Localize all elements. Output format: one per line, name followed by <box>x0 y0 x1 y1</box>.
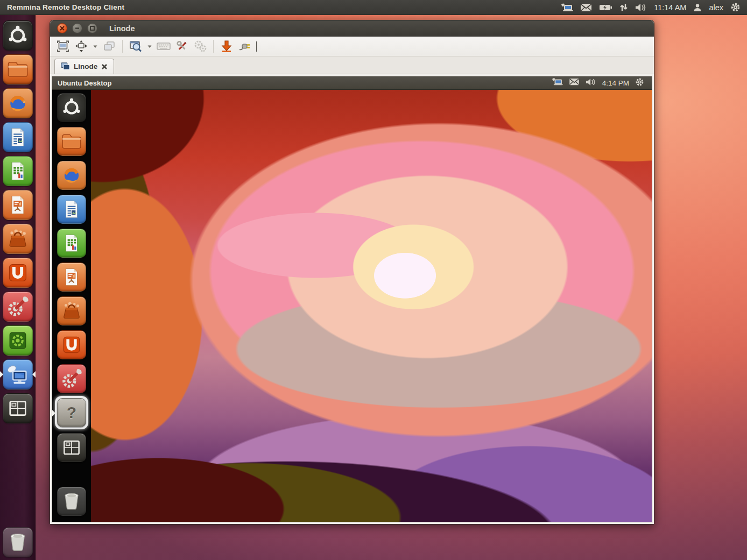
remote-launcher-item-system-settings[interactable] <box>57 364 86 393</box>
remote-launcher-item-unknown-app[interactable]: ? <box>57 398 86 427</box>
remote-unity-launcher: ? <box>52 90 91 522</box>
fullscreen-icon[interactable] <box>54 38 72 54</box>
focused-app-highlight: ? <box>55 396 88 429</box>
volume-icon[interactable] <box>635 3 647 12</box>
launcher-item-ubuntu-software[interactable] <box>3 325 33 356</box>
indicator-tray: 11:14 AM alex <box>560 2 747 12</box>
question-mark-icon: ? <box>67 403 76 422</box>
remmina-toolbar <box>50 37 654 56</box>
window-titlebar[interactable]: Linode <box>50 20 654 37</box>
close-button[interactable] <box>57 23 67 33</box>
minimize-button[interactable] <box>72 23 82 33</box>
remote-screen-icon <box>61 62 70 70</box>
mail-icon[interactable] <box>580 3 592 12</box>
battery-icon[interactable] <box>599 4 612 11</box>
launcher-item-dash-home[interactable] <box>3 20 33 51</box>
running-indicator-arrow <box>0 371 3 378</box>
remote-clock[interactable]: 4:14 PM <box>602 79 629 87</box>
grab-keyboard-icon[interactable] <box>155 38 172 54</box>
remote-launcher-item-trash[interactable] <box>57 487 86 516</box>
clock[interactable]: 11:14 AM <box>654 3 686 12</box>
network-icon[interactable] <box>560 3 573 12</box>
duplicate-connection-icon[interactable] <box>101 38 118 54</box>
window-title: Linode <box>109 24 135 33</box>
launcher-item-ubuntu-one[interactable] <box>3 258 33 288</box>
remote-launcher-item-dash-home[interactable] <box>57 93 86 122</box>
remote-desktop-session[interactable]: Ubuntu Desktop 4:14 PM <box>52 76 652 522</box>
tools-icon[interactable] <box>173 38 191 54</box>
focused-indicator-arrow <box>52 410 55 416</box>
remote-launcher-item-ubuntu-one[interactable] <box>57 330 86 359</box>
launcher-item-system-settings[interactable] <box>3 292 33 322</box>
session-gear-icon[interactable] <box>635 77 644 89</box>
launcher-item-libreoffice-calc[interactable] <box>3 156 33 186</box>
scaled-dropdown-caret[interactable] <box>91 38 100 54</box>
remote-launcher-item-libreoffice-calc[interactable] <box>57 229 86 258</box>
unity-launcher <box>0 15 36 560</box>
preview-scale-icon[interactable] <box>127 38 144 54</box>
active-app-title: Remmina Remote Desktop Client <box>0 3 124 11</box>
session-gear-icon[interactable] <box>730 2 741 12</box>
launcher-item-trash[interactable] <box>3 527 33 557</box>
text-cursor <box>256 41 257 52</box>
sync-arrows-icon[interactable] <box>619 3 628 12</box>
tab-close-icon[interactable] <box>101 63 108 70</box>
remote-top-panel: Ubuntu Desktop 4:14 PM <box>52 76 652 90</box>
remmina-window: Linode Linode <box>50 20 654 524</box>
launcher-item-remmina[interactable] <box>3 359 33 389</box>
host-top-panel: Remmina Remote Desktop Client 11:14 AM a… <box>0 0 747 15</box>
mail-icon[interactable] <box>569 78 580 88</box>
scaled-mode-icon[interactable] <box>73 38 90 54</box>
launcher-item-firefox[interactable] <box>3 88 33 118</box>
preview-dropdown-caret[interactable] <box>145 38 154 54</box>
user-icon[interactable] <box>693 3 702 12</box>
screenshot-download-icon[interactable] <box>218 38 235 54</box>
network-icon[interactable] <box>551 77 563 88</box>
preferences-gears-icon[interactable] <box>192 38 209 54</box>
disconnect-plug-icon[interactable] <box>236 38 253 54</box>
launcher-item-ubuntu-software-center[interactable] <box>3 224 33 254</box>
remote-launcher-item-ubuntu-software-center[interactable] <box>57 296 86 325</box>
remote-launcher-item-workspace-switcher[interactable] <box>57 433 86 462</box>
connection-tabbar: Linode <box>50 56 654 74</box>
toolbar-separator <box>213 40 214 53</box>
remote-panel-title: Ubuntu Desktop <box>52 79 111 87</box>
launcher-item-libreoffice-impress[interactable] <box>3 190 33 220</box>
focused-indicator-arrow <box>32 371 36 378</box>
launcher-item-files[interactable] <box>3 54 33 84</box>
remote-wallpaper[interactable] <box>91 90 652 522</box>
toolbar-separator <box>122 40 123 53</box>
remote-launcher-item-files[interactable] <box>57 127 86 156</box>
remote-viewer-frame: Ubuntu Desktop 4:14 PM <box>50 74 654 524</box>
launcher-item-workspace-switcher[interactable] <box>3 393 33 423</box>
remote-launcher-item-libreoffice-impress[interactable] <box>57 263 86 292</box>
tab-linode[interactable]: Linode <box>54 59 114 74</box>
launcher-item-libreoffice-writer[interactable] <box>3 122 33 152</box>
remote-launcher-item-firefox[interactable] <box>57 161 86 190</box>
volume-icon[interactable] <box>586 78 596 88</box>
user-name[interactable]: alex <box>709 3 723 12</box>
desktop-screen: Remmina Remote Desktop Client 11:14 AM a… <box>0 0 747 560</box>
maximize-button[interactable] <box>87 23 97 33</box>
remote-body[interactable]: ? <box>52 90 652 522</box>
remote-indicator-tray: 4:14 PM <box>551 77 652 89</box>
tab-label: Linode <box>74 62 97 70</box>
remote-launcher-item-libreoffice-writer[interactable] <box>57 195 86 224</box>
